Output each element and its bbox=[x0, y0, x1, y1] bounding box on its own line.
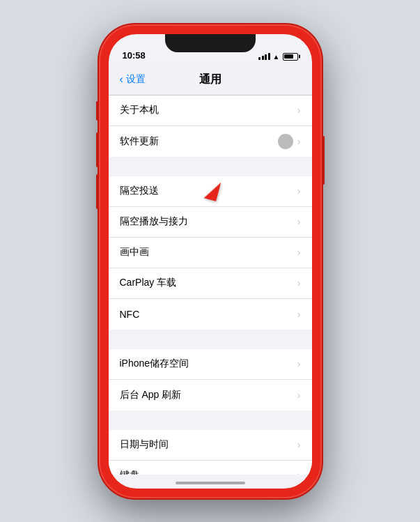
wifi-icon: ▲ bbox=[273, 53, 280, 61]
chevron-right-icon: › bbox=[297, 439, 301, 450]
phone-frame: 10:58 ▲ ‹ 设置 通用 bbox=[99, 24, 322, 498]
volume-down-button bbox=[96, 174, 99, 209]
chevron-right-icon: › bbox=[297, 105, 301, 116]
chevron-right-icon: › bbox=[297, 390, 301, 401]
chevron-right-icon: › bbox=[297, 470, 301, 475]
chevron-right-icon: › bbox=[297, 247, 301, 258]
page-title: 通用 bbox=[199, 72, 221, 87]
volume-up-button bbox=[96, 132, 99, 167]
silent-button bbox=[96, 101, 99, 121]
chevron-right-icon: › bbox=[297, 185, 301, 197]
section-spacer bbox=[109, 157, 312, 176]
list-item[interactable]: CarPlay 车载 › bbox=[109, 268, 312, 299]
item-label-airplay: 隔空播放与接力 bbox=[120, 215, 188, 228]
back-button[interactable]: ‹ 设置 bbox=[120, 73, 146, 86]
section-spacer bbox=[109, 330, 312, 349]
list-item[interactable]: 软件更新 › bbox=[109, 126, 312, 157]
signal-icon bbox=[258, 53, 270, 60]
chevron-right-icon: › bbox=[297, 309, 301, 320]
list-item[interactable]: 隔空播放与接力 › bbox=[109, 207, 312, 238]
status-time: 10:58 bbox=[123, 50, 146, 61]
list-item[interactable]: NFC › bbox=[109, 299, 312, 330]
list-item[interactable]: iPhone储存空间 › bbox=[109, 349, 312, 380]
back-label: 设置 bbox=[126, 73, 146, 86]
settings-group-4: 日期与时间 › 键盘 › 字体 › bbox=[109, 430, 312, 475]
notch bbox=[165, 34, 256, 52]
item-label-airdrop: 隔空投送 bbox=[120, 185, 159, 197]
list-item[interactable]: 后台 App 刷新 › bbox=[109, 380, 312, 410]
settings-group-1: 关于本机 › 软件更新 › bbox=[109, 95, 312, 157]
list-item[interactable]: 日期与时间 › bbox=[109, 430, 312, 461]
item-label-storage: iPhone储存空间 bbox=[120, 358, 189, 370]
list-item[interactable]: 画中画 › bbox=[109, 238, 312, 268]
item-label-software-update: 软件更新 bbox=[120, 135, 159, 148]
item-label-about: 关于本机 bbox=[120, 104, 159, 116]
update-badge bbox=[278, 134, 293, 149]
battery-icon bbox=[283, 53, 298, 61]
screen: 10:58 ▲ ‹ 设置 通用 bbox=[109, 34, 312, 489]
item-label-background-app: 后台 App 刷新 bbox=[120, 389, 182, 401]
item-label-pip: 画中画 bbox=[120, 246, 149, 259]
chevron-right-icon: › bbox=[297, 216, 301, 227]
item-label-carplay: CarPlay 车载 bbox=[120, 277, 177, 289]
settings-content[interactable]: 关于本机 › 软件更新 › 隔空投送 bbox=[109, 95, 312, 475]
item-label-datetime: 日期与时间 bbox=[120, 438, 169, 451]
list-item[interactable]: 键盘 › bbox=[109, 461, 312, 475]
item-label-nfc: NFC bbox=[120, 309, 140, 320]
item-label-keyboard: 键盘 bbox=[120, 469, 139, 475]
back-chevron-icon: ‹ bbox=[120, 73, 123, 86]
section-spacer bbox=[109, 410, 312, 430]
chevron-right-icon: › bbox=[297, 136, 301, 147]
status-icons: ▲ bbox=[258, 53, 297, 61]
chevron-right-icon: › bbox=[297, 277, 301, 289]
navigation-bar: ‹ 设置 通用 bbox=[109, 65, 312, 95]
power-button bbox=[322, 136, 325, 185]
chevron-right-icon: › bbox=[297, 358, 301, 369]
home-indicator bbox=[176, 482, 245, 484]
list-item[interactable]: 关于本机 › bbox=[109, 95, 312, 126]
settings-group-3: iPhone储存空间 › 后台 App 刷新 › bbox=[109, 349, 312, 410]
